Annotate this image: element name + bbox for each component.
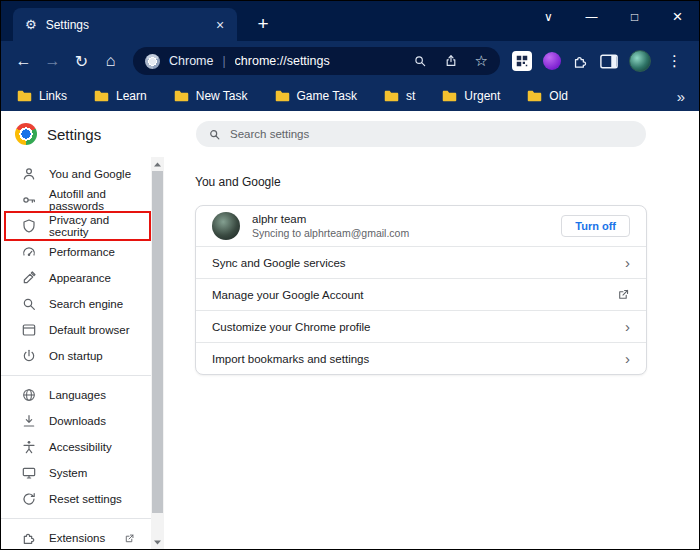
- home-icon[interactable]: ⌂: [96, 47, 125, 76]
- external-link-icon: [124, 533, 135, 544]
- settings-main: You and Google alphr team Syncing to alp…: [164, 157, 699, 549]
- bookmark-folder-urgent[interactable]: Urgent: [442, 89, 500, 103]
- sidebar-item-search-engine[interactable]: Search engine: [1, 291, 151, 317]
- bookmark-label: Links: [39, 89, 67, 103]
- bookmark-label: New Task: [196, 89, 248, 103]
- sidebar-item-label: On startup: [49, 350, 103, 362]
- brush-icon: [21, 270, 37, 286]
- share-icon[interactable]: [444, 54, 458, 68]
- side-panel-icon[interactable]: [600, 54, 618, 69]
- reload-icon[interactable]: ↻: [67, 47, 96, 76]
- profile-row: alphr team Syncing to alphrteam@gmail.co…: [196, 206, 646, 246]
- bookmark-folder-learn[interactable]: Learn: [94, 89, 147, 103]
- vertical-scrollbar[interactable]: [151, 157, 164, 549]
- back-icon[interactable]: ←: [9, 47, 38, 76]
- account-avatar: [212, 212, 240, 240]
- bookmarks-overflow-chevron[interactable]: »: [677, 88, 685, 105]
- sidebar-divider: [1, 375, 151, 376]
- address-url: chrome://settings: [235, 54, 405, 68]
- maximize-button[interactable]: □: [613, 1, 656, 33]
- sidebar-item-label: Languages: [49, 389, 106, 401]
- sidebar-item-appearance[interactable]: Appearance: [1, 265, 151, 291]
- sidebar-item-accessibility[interactable]: Accessibility: [1, 434, 151, 460]
- globe-icon: [21, 387, 37, 403]
- browser-toolbar: ← → ↻ ⌂ Chrome | chrome://settings ☆: [1, 41, 699, 81]
- sidebar-item-label: System: [49, 467, 87, 479]
- tab-close-icon[interactable]: ×: [211, 16, 229, 34]
- zoom-icon[interactable]: [413, 54, 427, 68]
- sidebar-item-default-browser[interactable]: Default browser: [1, 317, 151, 343]
- search-region: [151, 121, 699, 147]
- sidebar-item-languages[interactable]: Languages: [1, 382, 151, 408]
- scroll-up-icon[interactable]: [151, 157, 164, 171]
- sidebar-item-extensions[interactable]: Extensions: [1, 525, 151, 549]
- minimize-button[interactable]: —: [570, 1, 613, 33]
- sidebar-item-label: Search engine: [49, 298, 123, 310]
- scroll-down-icon[interactable]: [151, 535, 164, 549]
- puzzle-icon: [21, 530, 37, 546]
- bookmark-label: Game Task: [297, 89, 357, 103]
- row-label: Manage your Google Account: [212, 289, 364, 301]
- sidebar-item-label: Default browser: [49, 324, 130, 336]
- forward-icon[interactable]: →: [38, 47, 67, 76]
- sidebar-item-label: Downloads: [49, 415, 106, 427]
- sidebar-item-label: Accessibility: [49, 441, 112, 453]
- bookmark-label: Old: [549, 89, 568, 103]
- qr-code-icon[interactable]: [512, 51, 532, 71]
- bookmark-folder-st[interactable]: st: [384, 89, 415, 103]
- browser-tab-settings[interactable]: ⚙ Settings ×: [13, 8, 237, 41]
- settings-header: Settings: [1, 111, 699, 157]
- address-bar[interactable]: Chrome | chrome://settings ☆: [133, 47, 500, 75]
- sidebar-item-privacy-and-security[interactable]: Privacy and security: [1, 213, 151, 239]
- section-title: You and Google: [195, 175, 647, 189]
- sidebar-item-autofill[interactable]: Autofill and passwords: [1, 187, 151, 213]
- row-import-bookmarks-settings[interactable]: Import bookmarks and settings ›: [196, 342, 646, 374]
- extensions-puzzle-icon[interactable]: [572, 53, 589, 70]
- sidebar-item-label: Performance: [49, 246, 115, 258]
- bookmark-star-icon[interactable]: ☆: [475, 54, 488, 68]
- sidebar-item-downloads[interactable]: Downloads: [1, 408, 151, 434]
- profile-avatar-icon[interactable]: [629, 50, 651, 72]
- menu-kebab-icon[interactable]: ⋮: [662, 52, 687, 70]
- download-icon: [21, 413, 37, 429]
- settings-page: Settings You and Google Autofill and pas…: [1, 111, 699, 549]
- chevron-down-icon[interactable]: ∨: [527, 1, 570, 33]
- chrome-logo-icon: [15, 123, 37, 145]
- sidebar-item-you-and-google[interactable]: You and Google: [1, 161, 151, 187]
- bookmark-folder-game-task[interactable]: Game Task: [275, 89, 357, 103]
- folder-icon: [275, 90, 290, 102]
- sidebar-item-label: Privacy and security: [49, 214, 151, 238]
- bookmark-folder-old[interactable]: Old: [527, 89, 568, 103]
- profile-text: alphr team Syncing to alphrteam@gmail.co…: [252, 213, 409, 239]
- shield-icon: [21, 218, 37, 234]
- sidebar-item-label: Appearance: [49, 272, 111, 284]
- row-sync-and-google-services[interactable]: Sync and Google services ›: [196, 246, 646, 278]
- new-tab-button[interactable]: +: [252, 14, 274, 34]
- sidebar-item-label: Extensions: [49, 532, 105, 544]
- sidebar-item-on-startup[interactable]: On startup: [1, 343, 151, 369]
- sidebar-item-performance[interactable]: Performance: [1, 239, 151, 265]
- turn-off-button[interactable]: Turn off: [561, 215, 630, 237]
- toolbar-right-actions: ⋮: [508, 50, 691, 72]
- row-customize-chrome-profile[interactable]: Customize your Chrome profile ›: [196, 310, 646, 342]
- settings-search-input[interactable]: [230, 128, 634, 140]
- power-icon: [21, 348, 37, 364]
- bookmark-folder-links[interactable]: Links: [17, 89, 67, 103]
- account-card: alphr team Syncing to alphrteam@gmail.co…: [195, 205, 647, 375]
- folder-icon: [94, 90, 109, 102]
- close-button[interactable]: ×: [656, 1, 699, 33]
- sidebar-item-reset-settings[interactable]: Reset settings: [1, 486, 151, 512]
- settings-search[interactable]: [196, 121, 646, 147]
- row-label: Import bookmarks and settings: [212, 353, 369, 365]
- scrollbar-thumb[interactable]: [152, 171, 163, 513]
- bookmark-folder-new-task[interactable]: New Task: [174, 89, 248, 103]
- settings-sidebar: You and Google Autofill and passwords Pr…: [1, 157, 151, 549]
- folder-icon: [527, 90, 542, 102]
- settings-brand: Settings: [1, 123, 151, 145]
- external-link-icon: [617, 288, 630, 301]
- sidebar-item-system[interactable]: System: [1, 460, 151, 486]
- row-manage-google-account[interactable]: Manage your Google Account: [196, 278, 646, 310]
- row-label: Customize your Chrome profile: [212, 321, 371, 333]
- sidebar-item-label: Autofill and passwords: [49, 188, 151, 212]
- extension-avatar-icon[interactable]: [543, 52, 561, 70]
